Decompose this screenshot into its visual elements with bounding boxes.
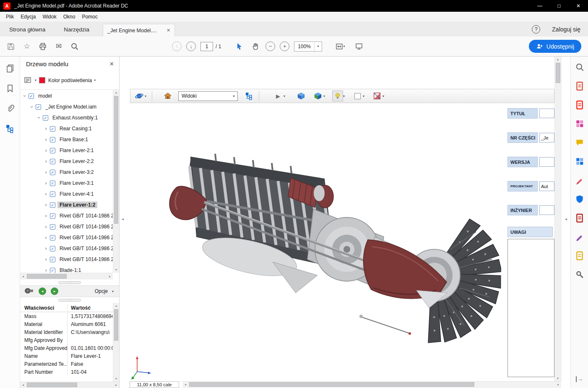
scroll-down-icon[interactable]: ▾ bbox=[555, 375, 561, 381]
tree-display-options-button[interactable]: ▾ bbox=[24, 77, 36, 83]
scrollbar-thumb[interactable] bbox=[114, 309, 118, 341]
splitter-handle[interactable]: ··· bbox=[58, 299, 81, 302]
help-icon[interactable]: ? bbox=[532, 25, 540, 34]
chevron-right-icon[interactable]: › bbox=[43, 137, 49, 142]
form-field-input[interactable]: Aut bbox=[539, 181, 554, 191]
form-field-input[interactable] bbox=[539, 157, 554, 167]
zoom-in-button[interactable]: + bbox=[280, 41, 289, 51]
minimize-button[interactable]: — bbox=[530, 0, 549, 12]
tree-node[interactable]: ›✓Flare Base:1 bbox=[20, 134, 113, 145]
next-view-button[interactable]: ▸ bbox=[51, 287, 58, 295]
render-mode-button[interactable] bbox=[296, 91, 307, 101]
scroll-right-icon[interactable]: ▸ bbox=[555, 382, 561, 388]
chevron-down-icon[interactable]: ▾ bbox=[145, 94, 146, 98]
protect-icon[interactable] bbox=[573, 193, 586, 205]
cross-section-button[interactable] bbox=[372, 91, 382, 101]
color-mode-button[interactable] bbox=[312, 91, 323, 101]
visibility-checkbox[interactable]: ✓ bbox=[29, 93, 34, 99]
properties-horizontal-scrollbar[interactable]: ◂ ▸ bbox=[20, 382, 119, 388]
scroll-left-icon[interactable]: ◂ bbox=[20, 274, 26, 279]
select-tool-button[interactable] bbox=[234, 41, 245, 52]
tree-node[interactable]: ›✓model bbox=[20, 91, 113, 101]
edit-pdf-icon[interactable] bbox=[573, 117, 586, 130]
collapse-tools-rail-button[interactable]: → bbox=[571, 376, 588, 382]
share-button[interactable]: Udostępnij bbox=[529, 40, 581, 53]
close-tab-icon[interactable]: ✕ bbox=[167, 28, 170, 33]
chevron-right-icon[interactable]: › bbox=[43, 235, 49, 241]
search-button[interactable] bbox=[69, 41, 81, 52]
zoom-level-select[interactable]: 100% ▾ bbox=[294, 41, 322, 52]
tree-horizontal-scrollbar[interactable]: ◂ ▸ bbox=[20, 273, 113, 279]
chevron-right-icon[interactable]: › bbox=[43, 246, 49, 251]
chevron-right-icon[interactable]: › bbox=[43, 213, 49, 219]
previous-view-button[interactable]: ◂ bbox=[39, 287, 46, 295]
chevron-right-icon[interactable]: › bbox=[43, 169, 49, 175]
scroll-down-icon[interactable]: ▾ bbox=[113, 267, 119, 273]
tree-node[interactable]: ›✓Flare Lever-3:2 bbox=[20, 167, 113, 178]
visibility-checkbox[interactable]: ✓ bbox=[50, 224, 55, 230]
chevron-right-icon[interactable]: › bbox=[43, 180, 49, 186]
scroll-right-icon[interactable]: ▸ bbox=[113, 382, 119, 388]
scrollbar-thumb[interactable] bbox=[189, 382, 474, 387]
property-row[interactable]: MaterialAluminum 6061 bbox=[20, 320, 113, 328]
uwagi-notes-field[interactable] bbox=[507, 239, 554, 377]
visibility-checkbox[interactable]: ✓ bbox=[50, 246, 55, 251]
scrollbar-thumb[interactable] bbox=[114, 96, 118, 224]
scrollbar-thumb[interactable] bbox=[27, 274, 67, 279]
tree-node[interactable]: ›✓Blade-1:1 bbox=[20, 265, 113, 273]
splitter-handle[interactable]: ··· bbox=[58, 281, 81, 284]
scrollbar-thumb[interactable] bbox=[556, 63, 560, 83]
chevron-right-icon[interactable]: › bbox=[43, 158, 49, 164]
fit-width-button[interactable]: ▾ bbox=[332, 41, 349, 52]
visibility-checkbox[interactable]: ✓ bbox=[50, 202, 55, 208]
create-pdf-icon[interactable] bbox=[573, 98, 586, 111]
tree-node[interactable]: ›✓Rivet GB/T 1014-1986 2 bbox=[20, 232, 113, 243]
visibility-checkbox[interactable]: ✓ bbox=[50, 181, 55, 186]
request-signatures-icon[interactable] bbox=[573, 249, 586, 262]
fill-sign-icon[interactable] bbox=[573, 230, 586, 243]
menu-item-pomoc[interactable]: Pomoc bbox=[78, 13, 101, 21]
search-tools-icon[interactable] bbox=[573, 61, 586, 73]
print-button[interactable] bbox=[37, 41, 49, 52]
scroll-left-icon[interactable]: ◂ bbox=[182, 382, 188, 388]
form-field-input[interactable]: _Je bbox=[539, 133, 554, 142]
chevron-down-icon[interactable]: ▾ bbox=[94, 78, 96, 82]
chevron-right-icon[interactable]: › bbox=[43, 126, 49, 132]
menu-item-edycja[interactable]: Edycja bbox=[17, 13, 39, 21]
tree-node[interactable]: ›✓Flare Lever-2:2 bbox=[20, 156, 113, 167]
hand-tool-button[interactable] bbox=[250, 41, 261, 52]
combine-files-icon[interactable] bbox=[573, 155, 586, 168]
comment-icon[interactable] bbox=[573, 136, 586, 149]
chevron-down-icon[interactable]: ▾ bbox=[284, 94, 285, 98]
background-color-button[interactable] bbox=[352, 91, 363, 101]
property-row[interactable]: Mfg Approved By bbox=[20, 336, 113, 344]
views-dropdown[interactable]: Widoki ▾ bbox=[178, 91, 238, 101]
chevron-down-icon[interactable]: › bbox=[29, 104, 35, 110]
document-vertical-scrollbar[interactable]: ▴ ▾ bbox=[554, 57, 561, 381]
visibility-checkbox[interactable]: ✓ bbox=[50, 191, 55, 197]
tree-node[interactable]: ›✓Rivet GB/T 1014-1986 2 bbox=[20, 243, 113, 254]
chevron-down-icon[interactable]: ▾ bbox=[323, 94, 325, 98]
property-row[interactable]: Parameterized Te...False bbox=[20, 360, 113, 368]
tab-document[interactable]: _Jet Engine Model.... ✕ bbox=[103, 24, 175, 36]
visibility-checkbox[interactable]: ✓ bbox=[50, 235, 55, 241]
compress-pdf-icon[interactable] bbox=[573, 212, 586, 224]
organize-pages-icon[interactable] bbox=[573, 174, 586, 186]
chevron-right-icon[interactable]: › bbox=[43, 256, 49, 262]
visibility-checkbox[interactable]: ✓ bbox=[50, 268, 55, 273]
visibility-checkbox[interactable]: ✓ bbox=[50, 148, 55, 153]
visibility-checkbox[interactable]: ✓ bbox=[36, 104, 41, 110]
collapse-left-panel-button[interactable]: ◂ bbox=[120, 213, 125, 224]
play-animation-button[interactable]: ▶ bbox=[273, 91, 284, 101]
page-number-input[interactable]: 1 bbox=[200, 42, 213, 51]
form-field-input[interactable] bbox=[539, 205, 554, 215]
close-panel-icon[interactable]: ✕ bbox=[109, 61, 114, 67]
visibility-checkbox[interactable]: ✓ bbox=[43, 115, 48, 121]
tree-node[interactable]: ›✓Rivet GB/T 1014-1986 2 bbox=[20, 221, 113, 232]
visibility-checkbox[interactable]: ✓ bbox=[50, 126, 55, 132]
next-page-button[interactable]: ↓ bbox=[186, 41, 196, 51]
lighting-button[interactable] bbox=[332, 91, 343, 101]
email-button[interactable]: ✉ bbox=[53, 41, 65, 52]
tree-node[interactable]: ›✓Flare Lever-2:1 bbox=[20, 145, 113, 156]
bookmarks-button[interactable] bbox=[4, 83, 16, 94]
